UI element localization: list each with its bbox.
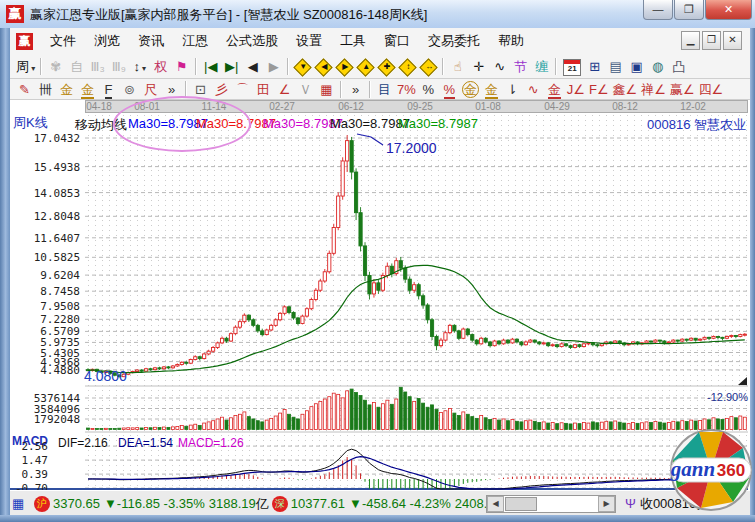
more-tools2-button[interactable]: » xyxy=(345,80,366,99)
notepad-tool[interactable]: ▤ xyxy=(605,57,626,76)
arc-tool[interactable]: ⌒ xyxy=(232,80,253,99)
gann-grid-tool[interactable]: 卌 xyxy=(35,80,56,99)
horizontal-scrollbar[interactable]: ◀ ▶ xyxy=(486,495,616,513)
golden-section2-tool[interactable]: 金 xyxy=(77,80,98,99)
menu-item-4[interactable]: 公式选股 xyxy=(217,28,287,54)
marker-tool[interactable]: ⇂ xyxy=(502,80,523,99)
scroll-right-button[interactable]: ▶ xyxy=(598,496,615,512)
notes-tool[interactable]: 自 xyxy=(66,57,87,76)
grid-box-tool[interactable]: 田 xyxy=(253,80,274,99)
dense-grid-tool[interactable]: ▦ xyxy=(316,80,337,99)
gann-nav-right[interactable]: ▶ xyxy=(336,58,354,76)
bars-small-tool[interactable]: Ⅲ₃ xyxy=(87,57,108,76)
angle-chan-tool[interactable]: 禅∠ xyxy=(639,80,668,99)
minimize-button[interactable]: — xyxy=(643,0,673,20)
next-bar-button[interactable]: ▶ xyxy=(263,57,284,76)
scrollbar-thumb[interactable] xyxy=(505,497,537,511)
print-tool[interactable]: 凸 xyxy=(668,57,689,76)
last-bar-button[interactable]: ▶| xyxy=(221,57,242,76)
fan-lines-tool[interactable]: 彡 xyxy=(211,80,232,99)
spiral-tool[interactable]: ⊚ xyxy=(119,80,140,99)
angle-si-tool[interactable]: 四∠ xyxy=(697,80,726,99)
flag-tool[interactable]: ⚑ xyxy=(171,57,192,76)
golden-section-tool[interactable]: 金 xyxy=(56,80,77,99)
volume-tick-label: 1792048 xyxy=(8,413,80,426)
mdi-restore-button[interactable]: ❐ xyxy=(702,31,721,50)
chanlun-tool[interactable]: 缠 xyxy=(531,57,552,76)
gold-circle-tool[interactable]: 金 xyxy=(460,80,481,99)
toolbar-drawing: ✎卌金金F⊚尺»⊡彡⌒田∠Ｖ▦»目7%%%金金⇂∿金J∠F∠鑫∠禅∠赢∠四∠ xyxy=(10,79,750,100)
sz-turnover: 2408. xyxy=(455,496,488,511)
period-week-selector[interactable]: 周 ▾ xyxy=(14,57,37,76)
angle-xin-tool[interactable]: 鑫∠ xyxy=(611,80,640,99)
corner-resize-marker[interactable] xyxy=(738,377,747,385)
sh-turnover: 3188.19 xyxy=(209,496,256,511)
gann-nav-down[interactable]: ▼ xyxy=(294,58,312,76)
menu-item-8[interactable]: 交易委托 xyxy=(419,28,489,54)
macd-tick-label: 0.39 xyxy=(8,468,48,481)
mdi-close-button[interactable]: ✕ xyxy=(723,31,742,50)
toolbar-main: 周 ▾✾自Ⅲ₃Ⅲ₉↕ ▾权⚑|◀▶|◀▶▼◀▶▲✚↕↔☝✛∿节缠21⊞▤▣◍凸 xyxy=(10,54,750,79)
pct7-tool[interactable]: 7% xyxy=(395,80,418,99)
ma30-value-label: Ma30=8.7987 xyxy=(398,116,478,131)
market-grid-icon[interactable]: ▦ xyxy=(12,497,28,511)
pct-tool[interactable]: % xyxy=(418,80,439,99)
network-tool[interactable]: ◍ xyxy=(647,57,668,76)
menu-item-0[interactable]: 文件 xyxy=(41,28,85,54)
scale-selector[interactable]: ↕ ▾ xyxy=(129,57,150,76)
gold-lines-tool[interactable]: 金 xyxy=(481,80,502,99)
hand-tool[interactable]: ☝ xyxy=(447,57,468,76)
calculator-tool[interactable]: ⊞ xyxy=(584,57,605,76)
menu-item-2[interactable]: 资讯 xyxy=(129,28,173,54)
sh-index-change: ▼-116.85 -3.35% xyxy=(104,496,205,511)
toolbar-separator xyxy=(185,81,187,98)
price-tick-label: 12.8048 xyxy=(8,210,80,223)
wave-tool[interactable]: Ｖ xyxy=(295,80,316,99)
overlay-tool[interactable]: ✾ xyxy=(45,57,66,76)
menu-item-9[interactable]: 帮助 xyxy=(489,28,533,54)
draw-pencil-tool[interactable]: ✎ xyxy=(14,80,35,99)
menu-item-6[interactable]: 工具 xyxy=(331,28,375,54)
measure-tool[interactable]: 尺 xyxy=(140,80,161,99)
macd-tick-label: 1.47 xyxy=(8,454,48,467)
menu-item-3[interactable]: 江恩 xyxy=(173,28,217,54)
calendar-tool[interactable]: 21 xyxy=(563,59,581,76)
gann-nav-center[interactable]: ✚ xyxy=(378,58,396,76)
prev-bar-button[interactable]: ◀ xyxy=(242,57,263,76)
menu-item-7[interactable]: 窗口 xyxy=(375,28,419,54)
pct-lines-tool[interactable]: % xyxy=(439,80,460,99)
crosshair-tool[interactable]: ✛ xyxy=(468,57,489,76)
antenna-icon: Ψ xyxy=(625,496,636,511)
close-button[interactable]: ✕ xyxy=(705,0,752,20)
scroll-left-button[interactable]: ◀ xyxy=(487,496,504,512)
gann-nav-vert[interactable]: ↕ xyxy=(399,58,417,76)
angle-J-tool[interactable]: J∠ xyxy=(565,80,587,99)
polyline-tool[interactable]: ∿ xyxy=(489,57,510,76)
window-frame-bottom xyxy=(0,515,755,522)
gann360-logo: gann 360 xyxy=(666,428,755,512)
maximize-button[interactable]: ❐ xyxy=(674,0,704,20)
bars-large-tool[interactable]: Ⅲ₉ xyxy=(108,57,129,76)
menu-item-1[interactable]: 浏览 xyxy=(85,28,129,54)
menu-item-5[interactable]: 设置 xyxy=(287,28,331,54)
angle-F-tool[interactable]: F∠ xyxy=(587,80,611,99)
first-bar-button[interactable]: |◀ xyxy=(200,57,221,76)
sh-turnover-unit: 亿 xyxy=(256,495,269,513)
main-chart-canvas[interactable] xyxy=(0,100,755,490)
jieqi-tool[interactable]: 节 xyxy=(510,57,531,76)
ruler-tool[interactable]: 目 xyxy=(374,80,395,99)
gann-nav-up[interactable]: ▲ xyxy=(357,58,375,76)
wave-box-tool[interactable]: ∿ xyxy=(523,80,544,99)
sz-index-value: 10377.61 xyxy=(291,496,345,511)
gann-nav-left[interactable]: ◀ xyxy=(315,58,333,76)
fibonacci-tool[interactable]: F xyxy=(98,80,119,99)
gann360-logo-text-360: 360 xyxy=(717,461,745,480)
save-tool[interactable]: ▣ xyxy=(626,57,647,76)
rights-adjust-tool[interactable]: 权 xyxy=(150,57,171,76)
gann-nav-horiz[interactable]: ↔ xyxy=(420,58,438,76)
gold-red-tool[interactable]: 金 xyxy=(544,80,565,99)
toolbar-separator xyxy=(287,58,289,75)
angle-line-tool[interactable]: ∠ xyxy=(274,80,295,99)
mdi-minimize-button[interactable]: ▁ xyxy=(681,31,700,50)
angle-ying-tool[interactable]: 赢∠ xyxy=(668,80,697,99)
